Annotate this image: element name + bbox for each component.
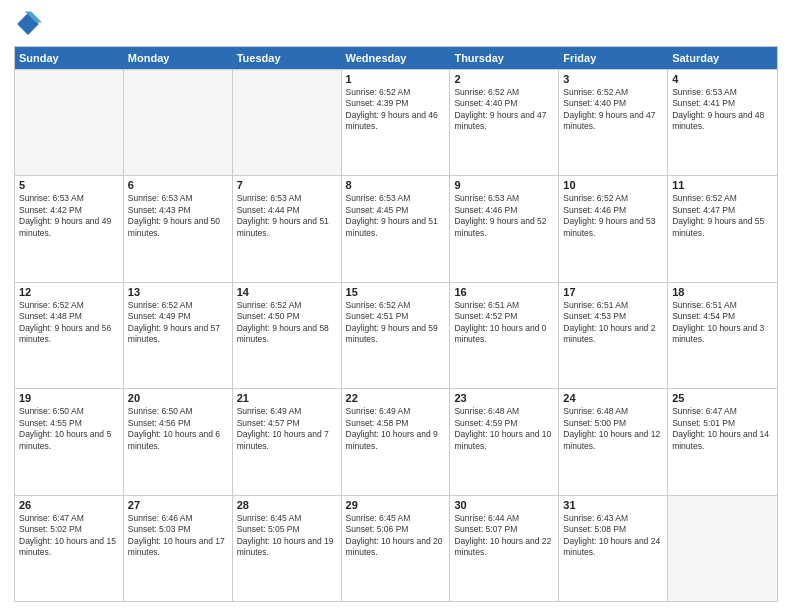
calendar-cell: 15Sunrise: 6:52 AMSunset: 4:51 PMDayligh… — [342, 283, 451, 388]
calendar-cell: 28Sunrise: 6:45 AMSunset: 5:05 PMDayligh… — [233, 496, 342, 601]
day-number: 16 — [454, 286, 554, 298]
calendar-cell: 16Sunrise: 6:51 AMSunset: 4:52 PMDayligh… — [450, 283, 559, 388]
cell-sun-info: Sunrise: 6:51 AMSunset: 4:54 PMDaylight:… — [672, 300, 773, 346]
day-number: 12 — [19, 286, 119, 298]
day-number: 17 — [563, 286, 663, 298]
calendar-cell: 9Sunrise: 6:53 AMSunset: 4:46 PMDaylight… — [450, 176, 559, 281]
header-cell-sunday: Sunday — [15, 47, 124, 69]
day-number: 7 — [237, 179, 337, 191]
page: SundayMondayTuesdayWednesdayThursdayFrid… — [0, 0, 792, 612]
calendar-cell: 11Sunrise: 6:52 AMSunset: 4:47 PMDayligh… — [668, 176, 777, 281]
day-number: 11 — [672, 179, 773, 191]
cell-sun-info: Sunrise: 6:53 AMSunset: 4:41 PMDaylight:… — [672, 87, 773, 133]
day-number: 29 — [346, 499, 446, 511]
day-number: 9 — [454, 179, 554, 191]
cell-sun-info: Sunrise: 6:52 AMSunset: 4:39 PMDaylight:… — [346, 87, 446, 133]
day-number: 31 — [563, 499, 663, 511]
calendar-cell: 6Sunrise: 6:53 AMSunset: 4:43 PMDaylight… — [124, 176, 233, 281]
day-number: 27 — [128, 499, 228, 511]
calendar-cell: 20Sunrise: 6:50 AMSunset: 4:56 PMDayligh… — [124, 389, 233, 494]
day-number: 25 — [672, 392, 773, 404]
calendar-cell: 7Sunrise: 6:53 AMSunset: 4:44 PMDaylight… — [233, 176, 342, 281]
day-number: 26 — [19, 499, 119, 511]
calendar-cell: 25Sunrise: 6:47 AMSunset: 5:01 PMDayligh… — [668, 389, 777, 494]
cell-sun-info: Sunrise: 6:45 AMSunset: 5:05 PMDaylight:… — [237, 513, 337, 559]
cell-sun-info: Sunrise: 6:53 AMSunset: 4:44 PMDaylight:… — [237, 193, 337, 239]
cell-sun-info: Sunrise: 6:52 AMSunset: 4:47 PMDaylight:… — [672, 193, 773, 239]
cell-sun-info: Sunrise: 6:53 AMSunset: 4:46 PMDaylight:… — [454, 193, 554, 239]
calendar-cell: 3Sunrise: 6:52 AMSunset: 4:40 PMDaylight… — [559, 70, 668, 175]
cell-sun-info: Sunrise: 6:44 AMSunset: 5:07 PMDaylight:… — [454, 513, 554, 559]
cell-sun-info: Sunrise: 6:53 AMSunset: 4:42 PMDaylight:… — [19, 193, 119, 239]
cell-sun-info: Sunrise: 6:51 AMSunset: 4:52 PMDaylight:… — [454, 300, 554, 346]
calendar-row: 12Sunrise: 6:52 AMSunset: 4:48 PMDayligh… — [15, 282, 777, 388]
day-number: 14 — [237, 286, 337, 298]
cell-sun-info: Sunrise: 6:43 AMSunset: 5:08 PMDaylight:… — [563, 513, 663, 559]
calendar-cell: 17Sunrise: 6:51 AMSunset: 4:53 PMDayligh… — [559, 283, 668, 388]
cell-sun-info: Sunrise: 6:50 AMSunset: 4:55 PMDaylight:… — [19, 406, 119, 452]
cell-sun-info: Sunrise: 6:52 AMSunset: 4:40 PMDaylight:… — [454, 87, 554, 133]
day-number: 5 — [19, 179, 119, 191]
calendar-body: 1Sunrise: 6:52 AMSunset: 4:39 PMDaylight… — [15, 69, 777, 601]
day-number: 19 — [19, 392, 119, 404]
calendar-cell: 24Sunrise: 6:48 AMSunset: 5:00 PMDayligh… — [559, 389, 668, 494]
cell-sun-info: Sunrise: 6:51 AMSunset: 4:53 PMDaylight:… — [563, 300, 663, 346]
calendar-cell: 1Sunrise: 6:52 AMSunset: 4:39 PMDaylight… — [342, 70, 451, 175]
calendar-cell — [668, 496, 777, 601]
cell-sun-info: Sunrise: 6:49 AMSunset: 4:57 PMDaylight:… — [237, 406, 337, 452]
calendar-cell: 21Sunrise: 6:49 AMSunset: 4:57 PMDayligh… — [233, 389, 342, 494]
calendar-cell: 19Sunrise: 6:50 AMSunset: 4:55 PMDayligh… — [15, 389, 124, 494]
header-cell-thursday: Thursday — [450, 47, 559, 69]
calendar-cell: 10Sunrise: 6:52 AMSunset: 4:46 PMDayligh… — [559, 176, 668, 281]
day-number: 20 — [128, 392, 228, 404]
calendar-cell: 30Sunrise: 6:44 AMSunset: 5:07 PMDayligh… — [450, 496, 559, 601]
logo — [14, 10, 46, 38]
day-number: 15 — [346, 286, 446, 298]
calendar-cell: 14Sunrise: 6:52 AMSunset: 4:50 PMDayligh… — [233, 283, 342, 388]
calendar-cell: 12Sunrise: 6:52 AMSunset: 4:48 PMDayligh… — [15, 283, 124, 388]
cell-sun-info: Sunrise: 6:52 AMSunset: 4:49 PMDaylight:… — [128, 300, 228, 346]
cell-sun-info: Sunrise: 6:49 AMSunset: 4:58 PMDaylight:… — [346, 406, 446, 452]
calendar-cell: 5Sunrise: 6:53 AMSunset: 4:42 PMDaylight… — [15, 176, 124, 281]
calendar-cell: 23Sunrise: 6:48 AMSunset: 4:59 PMDayligh… — [450, 389, 559, 494]
cell-sun-info: Sunrise: 6:52 AMSunset: 4:50 PMDaylight:… — [237, 300, 337, 346]
day-number: 3 — [563, 73, 663, 85]
calendar-cell: 2Sunrise: 6:52 AMSunset: 4:40 PMDaylight… — [450, 70, 559, 175]
header-cell-saturday: Saturday — [668, 47, 777, 69]
cell-sun-info: Sunrise: 6:52 AMSunset: 4:40 PMDaylight:… — [563, 87, 663, 133]
cell-sun-info: Sunrise: 6:45 AMSunset: 5:06 PMDaylight:… — [346, 513, 446, 559]
calendar-cell: 22Sunrise: 6:49 AMSunset: 4:58 PMDayligh… — [342, 389, 451, 494]
cell-sun-info: Sunrise: 6:48 AMSunset: 4:59 PMDaylight:… — [454, 406, 554, 452]
calendar-cell: 13Sunrise: 6:52 AMSunset: 4:49 PMDayligh… — [124, 283, 233, 388]
calendar-cell: 31Sunrise: 6:43 AMSunset: 5:08 PMDayligh… — [559, 496, 668, 601]
header — [14, 10, 778, 38]
day-number: 18 — [672, 286, 773, 298]
cell-sun-info: Sunrise: 6:53 AMSunset: 4:45 PMDaylight:… — [346, 193, 446, 239]
day-number: 1 — [346, 73, 446, 85]
day-number: 30 — [454, 499, 554, 511]
cell-sun-info: Sunrise: 6:46 AMSunset: 5:03 PMDaylight:… — [128, 513, 228, 559]
calendar-cell: 27Sunrise: 6:46 AMSunset: 5:03 PMDayligh… — [124, 496, 233, 601]
calendar: SundayMondayTuesdayWednesdayThursdayFrid… — [14, 46, 778, 602]
calendar-header: SundayMondayTuesdayWednesdayThursdayFrid… — [15, 47, 777, 69]
cell-sun-info: Sunrise: 6:48 AMSunset: 5:00 PMDaylight:… — [563, 406, 663, 452]
cell-sun-info: Sunrise: 6:47 AMSunset: 5:02 PMDaylight:… — [19, 513, 119, 559]
day-number: 4 — [672, 73, 773, 85]
calendar-cell: 26Sunrise: 6:47 AMSunset: 5:02 PMDayligh… — [15, 496, 124, 601]
day-number: 13 — [128, 286, 228, 298]
calendar-cell: 18Sunrise: 6:51 AMSunset: 4:54 PMDayligh… — [668, 283, 777, 388]
calendar-cell: 8Sunrise: 6:53 AMSunset: 4:45 PMDaylight… — [342, 176, 451, 281]
cell-sun-info: Sunrise: 6:47 AMSunset: 5:01 PMDaylight:… — [672, 406, 773, 452]
day-number: 21 — [237, 392, 337, 404]
day-number: 6 — [128, 179, 228, 191]
cell-sun-info: Sunrise: 6:52 AMSunset: 4:51 PMDaylight:… — [346, 300, 446, 346]
day-number: 2 — [454, 73, 554, 85]
calendar-cell — [233, 70, 342, 175]
header-cell-tuesday: Tuesday — [233, 47, 342, 69]
calendar-row: 1Sunrise: 6:52 AMSunset: 4:39 PMDaylight… — [15, 69, 777, 175]
day-number: 24 — [563, 392, 663, 404]
calendar-cell — [124, 70, 233, 175]
cell-sun-info: Sunrise: 6:53 AMSunset: 4:43 PMDaylight:… — [128, 193, 228, 239]
cell-sun-info: Sunrise: 6:50 AMSunset: 4:56 PMDaylight:… — [128, 406, 228, 452]
day-number: 23 — [454, 392, 554, 404]
